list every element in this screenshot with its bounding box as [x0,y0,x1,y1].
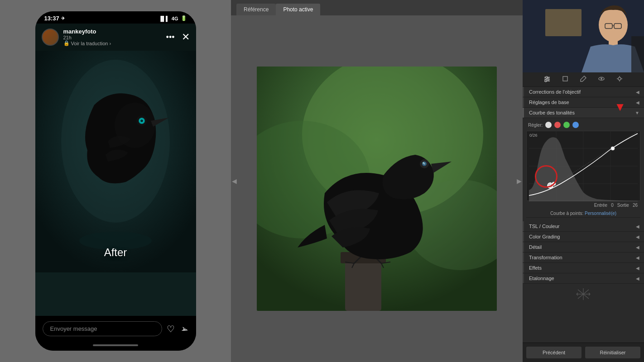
status-icons: ▐▌▌ 4G 🔋 [159,15,187,21]
section-transform-label: Transformation [529,255,562,260]
gear-tool-icon[interactable] [615,75,624,84]
crow-phone-image: After [35,51,196,272]
brush-tool-icon[interactable] [579,75,588,84]
section-tsl-arrow: ◀ [636,224,639,229]
svg-point-39 [601,78,602,80]
section-calibration[interactable]: Etalonnage ◀ [523,273,644,284]
avatar [42,29,59,46]
home-bar [93,344,138,346]
nav-right-arrow[interactable]: ▶ [517,177,522,185]
nav-left-arrow[interactable]: ◀ [232,177,237,185]
crop-tool-icon[interactable] [561,75,570,84]
curve-type-value: Personnalisé(e) [585,211,616,216]
sliders-tool-icon[interactable] [543,75,552,84]
ig-translate[interactable]: 🔒 Voir la traduction › [63,40,162,46]
curve-type-label: Courbe à points: [550,211,583,216]
more-icon[interactable]: ••• [166,33,175,42]
svg-rect-11 [345,257,381,311]
section-transform[interactable]: Transformation ◀ [523,252,644,263]
user-info: mankeyfoto 21h 🔒 Voir la traduction › [63,28,162,46]
section-colorgrading-arrow: ◀ [636,234,639,239]
svg-point-24 [599,8,628,42]
etalonnage-icon [523,284,644,307]
reset-button[interactable]: Réinitialiser [585,347,640,358]
network-label: 4G [172,16,178,21]
webcam-svg [523,0,644,72]
section-colorgrading-label: Color Grading [529,234,560,239]
section-effects[interactable]: Effets ◀ [523,263,644,273]
battery-icon: 🔋 [181,15,187,21]
heart-icon[interactable]: ♡ [167,324,175,334]
svg-rect-30 [545,9,582,36]
entry-label: Entrée [594,203,607,208]
ig-actions: ••• ✕ [166,31,190,43]
status-time: 13:37 ✈ [44,15,65,22]
lock-icon: 🔒 [63,40,70,46]
right-panel: Corrections de l'objectif ◀ Réglages de … [523,0,644,362]
svg-point-22 [423,162,424,164]
channel-blue-btn[interactable] [572,122,579,128]
section-colorgrading[interactable]: Color Grading ◀ [523,232,644,242]
webcam-person [523,0,644,72]
previous-button[interactable]: Précédent [526,347,582,358]
sortie-label: Sortie [617,203,629,208]
section-calibration-arrow: ◀ [636,276,639,281]
eye-tool-icon[interactable] [597,75,606,84]
curve-graph[interactable]: 0/26 [526,131,640,201]
section-lens-corrections[interactable]: Corrections de l'objectif ◀ [523,87,644,97]
tab-reference[interactable]: Référence [236,4,276,15]
ig-header: mankeyfoto 21h 🔒 Voir la traduction › ••… [35,24,196,51]
message-input-display[interactable]: Envoyer message [43,321,162,336]
red-arrow-indicator: ▼ [614,100,626,114]
section-transform-arrow: ◀ [636,255,639,260]
tab-active-photo[interactable]: Photo active [276,4,320,15]
signal-bars-icon: ▐▌▌ [159,16,169,21]
curve-svg [527,131,640,201]
section-tsl[interactable]: TSL / Couleur ◀ [523,221,644,232]
left-panel: 13:37 ✈ ▐▌▌ 4G 🔋 mankeyfoto 21h 🔒 Voir l… [0,0,231,362]
curve-inputs: Entrée 0 Sortie 26 [526,201,640,210]
channel-green-btn[interactable] [563,122,570,128]
curve-regler-row: Régler: [526,122,640,128]
section-detail-label: Détail [529,244,542,250]
ig-username: mankeyfoto [63,28,162,35]
send-icon[interactable]: ➢ [180,323,190,335]
svg-point-36 [545,80,547,82]
section-curve-header[interactable]: Courbe des tonalités ▼ ▼ [523,108,644,118]
svg-point-40 [618,77,621,80]
channel-red-btn[interactable] [554,122,561,128]
tone-curve-content: Régler: 0/26 [523,118,644,221]
phone-footer: Envoyer message ♡ ➢ [35,316,196,342]
section-detail-arrow: ◀ [636,245,639,250]
regler-label: Régler: [528,123,543,128]
close-icon[interactable]: ✕ [182,31,190,43]
channel-white-btn[interactable] [545,122,552,128]
ig-time: 21h [63,35,162,40]
bird-photo-svg [257,67,497,311]
bird-photo [257,67,497,311]
svg-point-5 [140,119,143,122]
svg-point-35 [547,78,549,80]
middle-panel: ◀ ▶ Référence Photo active [231,0,523,362]
phone-content: mankeyfoto 21h 🔒 Voir la traduction › ••… [35,24,196,316]
section-curve-label: Courbe des tonalités [529,110,575,115]
section-tone-curve: Courbe des tonalités ▼ ▼ Régler: [523,108,644,221]
translate-label: Voir la traduction [71,41,108,46]
home-bar-area [35,342,196,351]
status-bar: 13:37 ✈ ▐▌▌ 4G 🔋 [35,11,196,24]
section-effects-label: Effets [529,265,542,271]
section-lens-label: Corrections de l'objectif [529,89,581,95]
section-base-label: Réglages de base [529,100,569,105]
svg-point-34 [546,76,548,78]
editor-main [231,15,523,362]
entry-value: 0 [611,203,614,208]
section-detail[interactable]: Détail ◀ [523,242,644,252]
curve-type-row: Courbe à points: Personnalisé(e) [526,210,640,218]
section-base-arrow: ◀ [636,100,639,105]
svg-point-49 [611,147,615,150]
lr-bottom-bar: Précédent Réinitialiser [523,343,644,362]
section-effects-arrow: ◀ [636,266,639,271]
svg-rect-37 [563,76,567,81]
after-label: After [104,246,127,259]
lr-toolbar [523,72,644,87]
